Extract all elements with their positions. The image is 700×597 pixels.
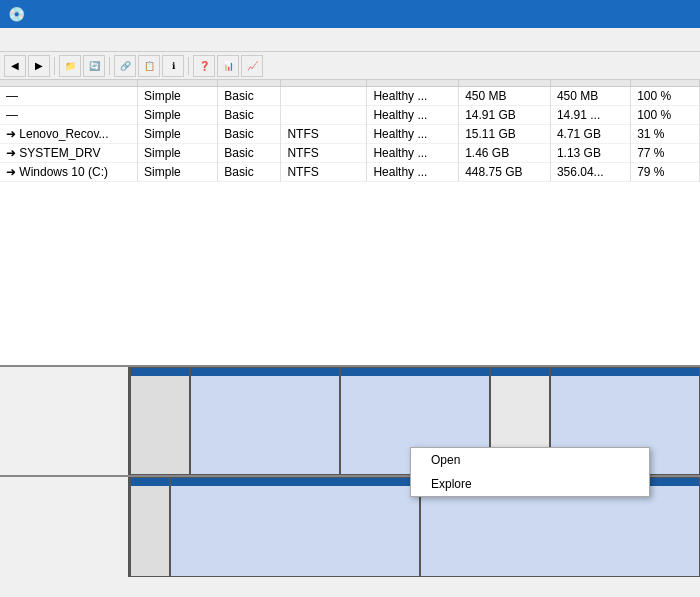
cell-1-1: Simple <box>138 106 218 125</box>
disk1-part0[interactable] <box>130 477 170 577</box>
cell-3-7: 77 % <box>631 144 700 163</box>
table-row[interactable]: ➜ SYSTEM_DRVSimpleBasicNTFSHealthy ...1.… <box>0 144 700 163</box>
cell-4-7: 79 % <box>631 163 700 182</box>
toolbar: ◀ ▶ 📁 🔄 🔗 📋 ℹ ❓ 📊 📈 <box>0 52 700 80</box>
cell-2-0: ➜ Lenovo_Recov... <box>0 125 138 144</box>
cell-0-5: 450 MB <box>459 87 551 106</box>
cell-4-4: Healthy ... <box>367 163 459 182</box>
disk-area: OpenExplore <box>0 367 700 597</box>
cell-3-5: 1.46 GB <box>459 144 551 163</box>
cell-4-2: Basic <box>218 163 281 182</box>
volume-table: —SimpleBasicHealthy ...450 MB450 MB100 %… <box>0 80 700 182</box>
main-content: —SimpleBasicHealthy ...450 MB450 MB100 %… <box>0 80 700 597</box>
cell-2-2: Basic <box>218 125 281 144</box>
cell-2-7: 31 % <box>631 125 700 144</box>
cell-1-4: Healthy ... <box>367 106 459 125</box>
cell-0-1: Simple <box>138 87 218 106</box>
cell-4-6: 356.04... <box>550 163 630 182</box>
toolbar-extra2[interactable]: 📈 <box>241 55 263 77</box>
cell-0-2: Basic <box>218 87 281 106</box>
cell-2-6: 4.71 GB <box>550 125 630 144</box>
table-row[interactable]: —SimpleBasicHealthy ...14.91 GB14.91 ...… <box>0 106 700 125</box>
toolbar-extra[interactable]: 📊 <box>217 55 239 77</box>
toolbar-help[interactable]: ❓ <box>193 55 215 77</box>
cell-1-6: 14.91 ... <box>550 106 630 125</box>
menu-help[interactable] <box>58 38 74 42</box>
cell-3-3: NTFS <box>281 144 367 163</box>
menu-view[interactable] <box>40 38 56 42</box>
cell-2-1: Simple <box>138 125 218 144</box>
cell-3-0: ➜ SYSTEM_DRV <box>0 144 138 163</box>
toolbar-connect[interactable]: 🔗 <box>114 55 136 77</box>
cell-0-4: Healthy ... <box>367 87 459 106</box>
disk1-main-partition[interactable] <box>170 477 420 577</box>
cell-2-5: 15.11 GB <box>459 125 551 144</box>
menu-bar <box>0 28 700 52</box>
cell-4-1: Simple <box>138 163 218 182</box>
toolbar-properties[interactable]: ℹ <box>162 55 184 77</box>
cell-1-0: — <box>0 106 138 125</box>
toolbar-refresh[interactable]: 🔄 <box>83 55 105 77</box>
cell-4-5: 448.75 GB <box>459 163 551 182</box>
toolbar-settings[interactable]: 📋 <box>138 55 160 77</box>
toolbar-forward[interactable]: ▶ <box>28 55 50 77</box>
table-row[interactable]: —SimpleBasicHealthy ...450 MB450 MB100 % <box>0 87 700 106</box>
table-row[interactable]: ➜ Lenovo_Recov...SimpleBasicNTFSHealthy … <box>0 125 700 144</box>
cell-0-6: 450 MB <box>550 87 630 106</box>
title-bar: 💿 <box>0 0 700 28</box>
cell-4-3: NTFS <box>281 163 367 182</box>
disk1-label <box>0 477 130 577</box>
cell-1-5: 14.91 GB <box>459 106 551 125</box>
cell-0-3 <box>281 87 367 106</box>
context-item-explore[interactable]: Explore <box>411 472 649 496</box>
cell-1-2: Basic <box>218 106 281 125</box>
cell-2-3: NTFS <box>281 125 367 144</box>
cell-3-6: 1.13 GB <box>550 144 630 163</box>
cell-3-2: Basic <box>218 144 281 163</box>
table-row[interactable]: ➜ Windows 10 (C:)SimpleBasicNTFSHealthy … <box>0 163 700 182</box>
cell-1-7: 100 % <box>631 106 700 125</box>
cell-3-1: Simple <box>138 144 218 163</box>
cell-0-0: — <box>0 87 138 106</box>
cell-4-0: ➜ Windows 10 (C:) <box>0 163 138 182</box>
context-item-open[interactable]: Open <box>411 448 649 472</box>
menu-file[interactable] <box>4 38 20 42</box>
table-area: —SimpleBasicHealthy ...450 MB450 MB100 %… <box>0 80 700 367</box>
disk0-system-drv[interactable] <box>190 367 340 475</box>
context-menu: OpenExplore <box>410 447 650 497</box>
cell-0-7: 100 % <box>631 87 700 106</box>
app-icon: 💿 <box>8 6 25 22</box>
cell-1-3 <box>281 106 367 125</box>
disk0-part0[interactable] <box>130 367 190 475</box>
cell-2-4: Healthy ... <box>367 125 459 144</box>
toolbar-back[interactable]: ◀ <box>4 55 26 77</box>
toolbar-up[interactable]: 📁 <box>59 55 81 77</box>
menu-action[interactable] <box>22 38 38 42</box>
cell-3-4: Healthy ... <box>367 144 459 163</box>
disk0-label <box>0 367 130 475</box>
